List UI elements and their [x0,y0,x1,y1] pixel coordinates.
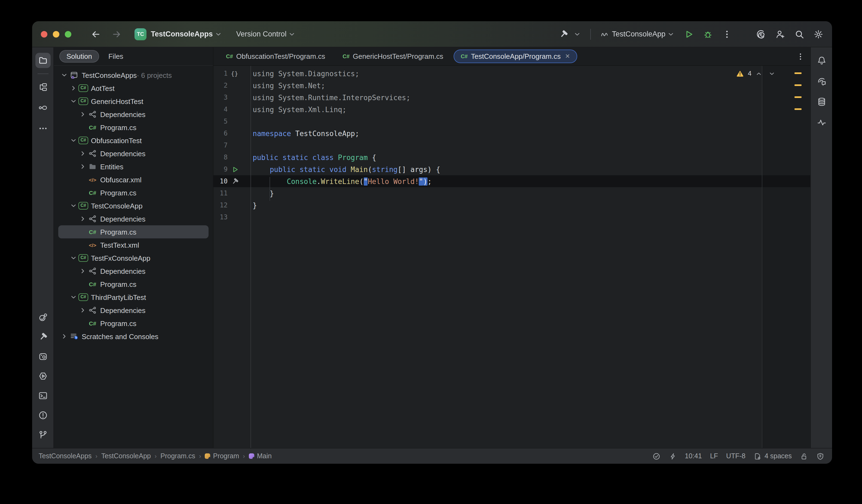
warning-stripe-mark[interactable] [795,96,801,98]
chevron-right-icon[interactable] [70,84,77,92]
tool-strip-button-problems[interactable] [35,408,50,423]
debug-button[interactable] [703,29,713,39]
run-button[interactable] [684,29,694,39]
encoding-selector[interactable]: UTF-8 [726,452,745,460]
ai-assistant-icon[interactable] [756,29,766,39]
code-line[interactable]: 2 using System.Net; [213,79,810,91]
chevron-right-icon[interactable] [79,306,87,314]
chevron-right-icon[interactable] [79,215,87,223]
editor-tab[interactable]: C# TestConsoleApp/Program.cs ✕ [454,50,577,63]
forward-icon[interactable] [112,29,121,39]
code-line[interactable]: 11 } [213,187,810,199]
build-gutter-icon[interactable] [231,177,239,185]
line-number[interactable]: 5 [213,118,227,125]
build-options-chevron-icon[interactable] [573,30,581,38]
tree-row[interactable]: Dependencies [54,108,213,121]
tree-row[interactable]: C#TestConsoleApp [54,199,213,212]
tool-strip-button-database[interactable] [814,94,829,109]
chevron-down-icon[interactable] [70,137,77,144]
zoom-window-button[interactable] [65,31,71,37]
tree-row[interactable]: Entities [54,160,213,173]
close-icon[interactable]: ✕ [565,53,570,60]
warning-stripe-mark[interactable] [795,72,801,74]
code-line[interactable]: 13 [213,211,810,223]
line-number[interactable]: 13 [213,213,227,221]
breadcrumb-item[interactable]: Program.cs [160,452,195,460]
tree-row[interactable]: Dependencies [54,265,213,278]
line-number[interactable]: 7 [213,142,227,149]
tree-row[interactable]: Scratches and Consoles [54,330,213,343]
chevron-down-icon[interactable] [61,71,68,79]
editor-tab[interactable]: C# GenericHostTest/Program.cs [336,50,450,63]
breadcrumb-item[interactable]: TestConsoleApps [39,452,92,460]
tool-strip-button-notifications-bell[interactable] [814,53,829,68]
tab-options-icon[interactable] [796,52,805,61]
chevron-down-icon[interactable] [70,202,77,210]
code-line[interactable]: 3 using System.Runtime.InteropServices; [213,91,810,103]
solution-tree[interactable]: TestConsoleApps · 6 projects C#AotTest C… [54,66,213,448]
chevron-right-icon[interactable] [79,267,87,275]
line-number[interactable]: 12 [213,201,227,209]
tree-row[interactable]: C#Program.cs [54,121,213,134]
chevron-right-icon[interactable] [79,163,87,170]
tree-row[interactable]: C#AotTest [54,82,213,95]
editor-tab[interactable]: C# ObfuscationTest/Program.cs [219,50,332,63]
tool-window-tab-files[interactable]: Files [101,50,130,63]
chevron-down-icon[interactable] [70,254,77,262]
line-number[interactable]: 8 [213,154,227,161]
code-line[interactable]: 5 [213,115,810,127]
breadcrumb-item[interactable]: Program [205,452,239,460]
tree-row[interactable]: C#GenericHostTest [54,95,213,108]
tool-strip-button-git-branch[interactable] [35,427,50,442]
write-access-unlock-icon[interactable] [800,452,808,460]
more-actions-icon[interactable] [722,29,732,39]
tree-row[interactable]: C#ObfuscationTest [54,134,213,147]
code-line[interactable]: 1 {} using System.Diagnostics; [213,67,810,79]
tool-strip-button-more-tools[interactable] [35,121,50,136]
tool-strip-button-profiler[interactable] [35,369,50,384]
line-number[interactable]: 9 [213,165,227,173]
code-line[interactable]: 12 } [213,199,810,211]
tool-strip-button-unit-tests-camera[interactable] [35,349,50,364]
settings-gear-icon[interactable] [813,29,823,39]
tool-strip-button-terminal[interactable] [35,388,50,403]
breadcrumb-item[interactable]: Main [249,452,272,460]
line-number[interactable]: 3 [213,94,227,101]
tree-row[interactable]: </>TestText.xml [54,238,213,251]
minimize-window-button[interactable] [53,31,60,37]
line-ending-selector[interactable]: LF [710,452,718,460]
run-gutter-icon[interactable] [231,165,239,173]
tool-window-tab-solution[interactable]: Solution [60,50,99,63]
security-shield-icon[interactable] [816,452,824,460]
tool-strip-button-nuget[interactable] [35,310,50,325]
tree-row[interactable]: Dependencies [54,147,213,160]
tool-strip-button-commit[interactable] [35,100,50,115]
code-line[interactable]: 9 public static void Main(string[] args)… [213,163,810,175]
tree-row[interactable]: C#ThirdPartyLibTest [54,291,213,304]
chevron-right-icon[interactable] [79,110,87,118]
project-selector[interactable]: TC TestConsoleApps [127,28,222,40]
highlighting-level-icon[interactable] [668,452,677,460]
indent-selector[interactable]: 4 spaces [754,452,792,460]
tree-row[interactable]: C#Program.cs [54,225,213,238]
breadcrumb[interactable]: TestConsoleApps›TestConsoleApp›Program.c… [39,452,272,460]
chevron-right-icon[interactable] [61,333,68,340]
prev-problem-icon[interactable] [755,70,762,77]
code-editor[interactable]: 1 {} using System.Diagnostics; 2 using S… [213,66,810,448]
tree-row[interactable]: Dependencies [54,212,213,225]
line-number[interactable]: 11 [213,189,227,197]
run-configuration-selector[interactable]: TestConsoleApp [600,30,675,38]
tree-row[interactable]: TestConsoleApps · 6 projects [54,69,213,82]
code-with-me-icon[interactable] [775,29,785,39]
warning-stripe-mark[interactable] [795,108,801,110]
code-line[interactable]: 7 [213,139,810,151]
inspections-ok-icon[interactable] [652,452,660,460]
code-line[interactable]: 6 namespace TestConsoleApp; [213,127,810,139]
tree-row[interactable]: C#Program.cs [54,317,213,330]
line-number[interactable]: 4 [213,106,227,113]
back-icon[interactable] [91,29,101,39]
tree-row[interactable]: C#Program.cs [54,186,213,199]
next-problem-icon[interactable] [768,70,775,77]
tool-strip-button-ai-chat[interactable] [814,74,829,89]
line-number[interactable]: 2 [213,82,227,89]
